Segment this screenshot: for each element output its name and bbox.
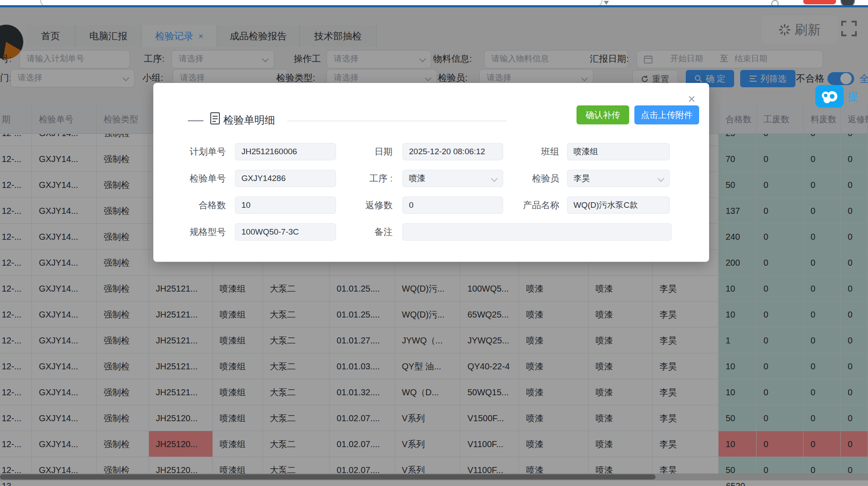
inspection-number-field-label: 检验单号 (161, 170, 226, 187)
inspection-number-field[interactable]: GXJY14286 (235, 170, 336, 187)
remark-field-label: 备注 (328, 223, 393, 241)
title-dash (188, 120, 203, 121)
modal-title: 检验单明细 (223, 113, 275, 127)
process-field-label: 工序 : (328, 170, 393, 187)
netdisk-cloud-icon (820, 89, 839, 104)
date-field-label: 日期 (328, 143, 393, 160)
inspector-field-label: 检验员 (494, 170, 559, 187)
inspector-field-value: 李昊 (573, 174, 590, 183)
rework-count-field-label: 返修数 (328, 197, 393, 214)
page-accent-line (0, 5, 868, 7)
inspection-detail-modal: × 确认补传 点击上传附件 检验单明细 计划单号 JH2512160006 日期… (153, 83, 709, 262)
date-field[interactable]: 2025-12-20 08:06:12 (402, 143, 503, 160)
click-upload-button[interactable]: 点击上传附件 (634, 105, 699, 124)
close-icon[interactable]: × (688, 92, 696, 105)
product-name-field[interactable]: WQ(D)污水泵C款 (567, 197, 670, 214)
process-field-value: 喷漆 (409, 174, 425, 183)
plan-number-field[interactable]: JH2512160006 (235, 143, 336, 160)
netdisk-float-text[interactable]: 提 (847, 89, 858, 104)
spec-model-field-label: 规格型号 (161, 223, 226, 241)
title-divider (287, 121, 507, 121)
chevron-down-icon (658, 175, 665, 182)
recording-badge[interactable] (803, 0, 836, 4)
download-icon[interactable] (604, 1, 609, 5)
inspector-field-select[interactable]: 李昊 (567, 170, 670, 187)
rework-count-field[interactable]: 0 (402, 197, 503, 214)
browser-chrome (0, 0, 868, 7)
document-icon (210, 112, 220, 126)
team-field[interactable]: 喷漆组 (567, 143, 670, 160)
product-name-field-label: 产品名称 (494, 197, 559, 214)
click-upload-label: 点击上传附件 (641, 109, 693, 121)
spec-model-field[interactable]: 100WQ50-7-3C (235, 223, 336, 241)
netdisk-float-button[interactable] (815, 85, 844, 108)
process-field-select[interactable]: 喷漆 (402, 170, 503, 187)
team-field-label: 班组 (494, 143, 559, 160)
plan-number-field-label: 计划单号 (161, 143, 226, 160)
qualified-count-field[interactable]: 10 (235, 197, 336, 214)
confirm-upload-button[interactable]: 确认补传 (577, 105, 629, 124)
confirm-upload-label: 确认补传 (586, 109, 620, 121)
qualified-count-field-label: 合格数 (161, 197, 226, 214)
remark-field[interactable] (402, 223, 672, 241)
